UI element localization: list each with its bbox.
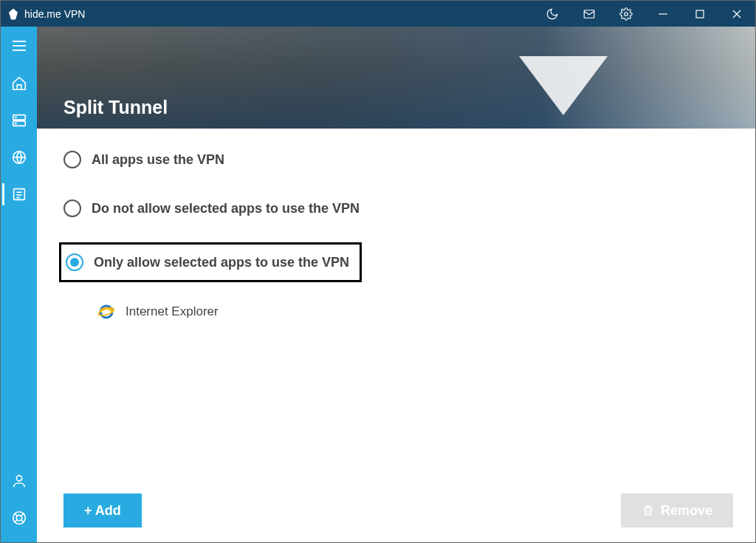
radio-deny-selected[interactable]: Do not allow selected apps to use the VP…: [63, 191, 733, 226]
globe-icon: [11, 149, 27, 165]
lifebuoy-icon: [11, 510, 27, 526]
sidebar-item-help[interactable]: [1, 499, 37, 536]
close-icon: [732, 9, 742, 19]
mail-icon: [583, 7, 596, 21]
split-tunnel-icon: [11, 186, 27, 202]
user-icon: [11, 473, 27, 489]
sidebar-item-home[interactable]: [1, 65, 37, 102]
svg-point-1: [625, 12, 628, 16]
settings-button[interactable]: [608, 1, 645, 27]
selected-apps-list: Internet Explorer: [97, 303, 733, 321]
page-hero: Split Tunnel: [37, 27, 755, 129]
gear-icon: [619, 7, 633, 21]
add-button[interactable]: + Add: [63, 494, 142, 527]
svg-rect-0: [584, 10, 594, 18]
sidebar-item-globe[interactable]: [1, 139, 37, 176]
remove-button[interactable]: Remove: [621, 494, 733, 527]
svg-point-11: [15, 117, 16, 117]
footer-actions: + Add Remove: [63, 471, 733, 527]
radio-icon: [63, 151, 81, 168]
radio-label: All apps use the VPN: [92, 152, 224, 168]
svg-point-12: [15, 123, 16, 124]
home-icon: [11, 75, 27, 92]
radio-label: Only allow selected apps to use the VPN: [94, 255, 349, 270]
titlebar-actions: [534, 1, 755, 27]
svg-point-18: [16, 476, 21, 481]
dark-mode-button[interactable]: [534, 1, 571, 27]
radio-icon: [66, 253, 83, 271]
radio-icon: [63, 199, 81, 217]
list-item[interactable]: Internet Explorer: [97, 303, 733, 321]
moon-icon: [546, 7, 559, 21]
svg-point-20: [16, 515, 21, 520]
content-area: All apps use the VPN Do not allow select…: [37, 129, 755, 542]
radio-allow-selected[interactable]: Only allow selected apps to use the VPN: [59, 242, 362, 282]
radio-label: Do not allow selected apps to use the VP…: [92, 201, 360, 216]
sidebar-item-account[interactable]: [1, 462, 37, 499]
hamburger-icon: [10, 37, 28, 55]
page-title: Split Tunnel: [63, 97, 168, 118]
close-button[interactable]: [718, 1, 755, 27]
app-body: Split Tunnel All apps use the VPN Do not…: [1, 27, 755, 542]
svg-rect-3: [696, 10, 704, 18]
sidebar-item-servers[interactable]: [1, 102, 37, 139]
inbox-button[interactable]: [571, 1, 608, 27]
sidebar: [1, 27, 37, 542]
minimize-icon: [658, 9, 668, 19]
titlebar: hide.me VPN: [1, 1, 755, 27]
sidebar-item-split-tunnel[interactable]: [1, 176, 37, 213]
app-name: Internet Explorer: [126, 304, 219, 319]
sidebar-menu-button[interactable]: [1, 27, 37, 65]
main-panel: Split Tunnel All apps use the VPN Do not…: [37, 27, 755, 542]
remove-label: Remove: [661, 503, 712, 519]
app-logo-icon: [7, 7, 20, 21]
maximize-icon: [695, 9, 705, 19]
radio-all-apps[interactable]: All apps use the VPN: [63, 142, 733, 177]
minimize-button[interactable]: [645, 1, 681, 27]
window-title: hide.me VPN: [24, 8, 534, 20]
server-icon: [11, 112, 27, 129]
internet-explorer-icon: [97, 303, 115, 321]
maximize-button[interactable]: [681, 1, 718, 27]
trash-icon: [642, 504, 655, 517]
